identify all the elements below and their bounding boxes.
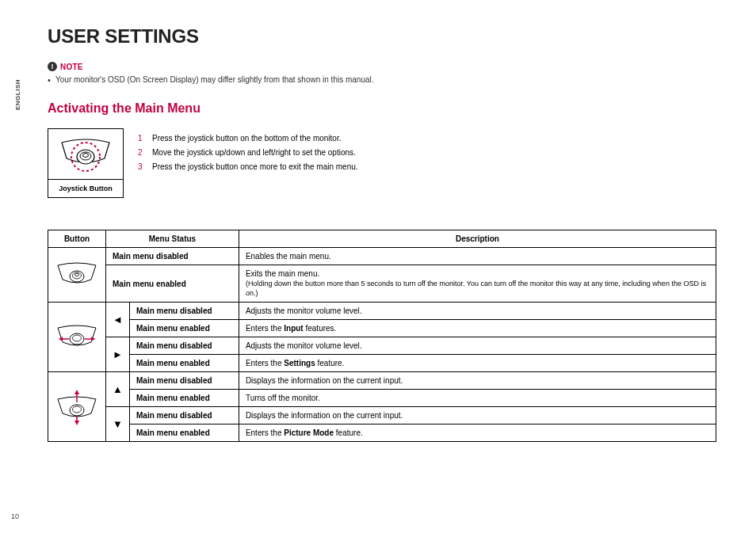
note-icon: ! [48,62,57,71]
g2-desc3: Enters the Picture Mode feature. [239,424,716,442]
page-number: 10 [11,512,19,520]
joystick-caption: Joystick Button [48,180,123,197]
th-button: Button [48,230,106,248]
svg-point-3 [83,153,89,157]
g1-status2: Main menu disabled [130,337,239,355]
arrow-up-icon: ▲ [106,372,130,407]
svg-marker-16 [74,390,79,394]
btn-updown-icon [48,372,106,442]
note-label-text: NOTE [60,63,83,71]
g1-desc2: Adjusts the monitor volume level. [239,337,716,355]
g1-desc0: Adjusts the monitor volume level. [239,303,716,320]
g0-desc1-line2: (Holding down the button more than 5 sec… [246,280,709,298]
joystick-press-icon [48,129,123,180]
arrow-left-icon: ◄ [106,303,130,337]
note-label: ! NOTE [48,62,716,71]
language-tab: ENGLISH [14,79,21,110]
step-3-text: Press the joystick button once more to e… [152,160,358,174]
page-title: USER SETTINGS [48,25,716,48]
g2-desc1: Turns off the monitor. [239,390,716,407]
g1-status1: Main menu enabled [130,320,239,337]
svg-point-6 [75,273,79,276]
g2-status3: Main menu enabled [130,424,239,442]
g0-desc0: Enables the main menu. [239,248,716,265]
g1-status3: Main menu enabled [130,355,239,372]
g1-desc1: Enters the Input features. [239,320,716,337]
step-3: 3Press the joystick button once more to … [138,160,358,174]
section-heading: Activating the Main Menu [48,101,716,116]
joystick-table: Button Menu Status Description Main menu… [48,230,716,442]
g2-desc2: Displays the information on the current … [239,407,716,424]
g1-status0: Main menu disabled [130,303,239,320]
arrow-down-icon: ▼ [106,407,130,442]
step-2-text: Move the joystick up/down and left/right… [152,146,356,160]
svg-point-8 [73,335,82,341]
step-1: 1Press the joystick button on the bottom… [138,131,358,146]
g0-status1: Main menu enabled [106,265,239,303]
th-description: Description [239,230,716,248]
page-body: USER SETTINGS ! NOTE Your monitor's OSD … [0,0,756,466]
svg-marker-18 [74,421,79,425]
svg-point-14 [73,406,82,413]
g1-desc3: Enters the Settings feature. [239,355,716,372]
g2-status1: Main menu enabled [130,390,239,407]
btn-press-icon [48,248,106,303]
steps-list: 1Press the joystick button on the bottom… [138,131,358,174]
joystick-figure: Joystick Button [48,128,124,198]
th-status: Menu Status [106,230,239,248]
g2-desc0: Displays the information on the current … [239,372,716,390]
g2-status0: Main menu disabled [130,372,239,390]
arrow-right-icon: ► [106,337,130,372]
btn-leftright-icon [48,303,106,372]
intro-row: Joystick Button 1Press the joystick butt… [48,128,716,198]
step-1-text: Press the joystick button on the bottom … [152,131,341,146]
step-2: 2Move the joystick up/down and left/righ… [138,146,358,160]
g0-desc1: Exits the main menu. (Holding down the b… [239,265,716,303]
g2-status2: Main menu disabled [130,407,239,424]
g0-status0: Main menu disabled [106,248,239,265]
note-text: Your monitor's OSD (On Screen Display) m… [48,74,716,86]
g0-desc1-line1: Exits the main menu. [246,269,709,278]
